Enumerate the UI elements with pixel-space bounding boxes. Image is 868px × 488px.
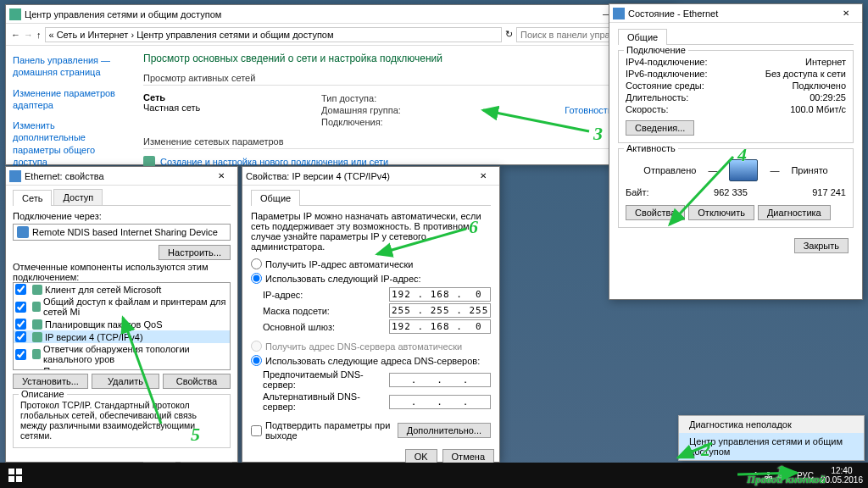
- component-label: IP версии 4 (TCP/IPv4): [45, 332, 143, 342]
- component-properties-button[interactable]: Свойства: [163, 374, 231, 389]
- component-item[interactable]: Ответчик обнаружения топологии канальног…: [14, 343, 230, 365]
- speed-label: Скорость:: [626, 104, 669, 114]
- advanced-button[interactable]: Дополнительно...: [398, 423, 491, 438]
- dns1-input[interactable]: [389, 373, 491, 387]
- refresh-icon[interactable]: ↻: [505, 29, 513, 40]
- tray-date: 20.05.2016: [821, 475, 863, 485]
- start-button[interactable]: [0, 463, 31, 488]
- mask-input[interactable]: [389, 303, 491, 318]
- adapter-icon: [17, 226, 29, 238]
- control-panel-icon: [9, 8, 21, 20]
- mask-label: Маска подсети:: [263, 306, 384, 316]
- duration-label: Длительность:: [626, 92, 688, 103]
- validate-label: Подтвердить параметры при выходе: [265, 420, 398, 441]
- up-button[interactable]: ↑: [36, 30, 42, 40]
- network-icon: [9, 170, 21, 182]
- computer-icon: [729, 159, 758, 181]
- sent-label: Отправлено: [643, 165, 696, 175]
- forward-button[interactable]: →: [24, 30, 33, 40]
- ipv4-value: Интернет: [805, 57, 846, 67]
- component-checkbox[interactable]: [15, 284, 26, 295]
- breadcrumb[interactable]: « Сеть и Интернет › Центр управления сет…: [45, 27, 503, 42]
- components-list[interactable]: Клиент для сетей MicrosoftОбщий доступ к…: [13, 282, 231, 370]
- tab-network[interactable]: Сеть: [13, 190, 52, 206]
- dns1-label: Предпочитаемый DNS-сервер:: [263, 369, 384, 390]
- component-checkbox[interactable]: [15, 319, 26, 330]
- close-button[interactable]: ✕: [470, 168, 496, 185]
- dns2-input[interactable]: [389, 395, 491, 409]
- tray-language[interactable]: РУС: [797, 471, 814, 480]
- properties-button[interactable]: Свойства: [626, 205, 685, 220]
- diagnose-button[interactable]: Диагностика: [758, 205, 831, 220]
- component-item[interactable]: Планировщик пакетов QoS: [14, 318, 230, 330]
- component-item[interactable]: IP версии 4 (TCP/IPv4): [14, 330, 230, 343]
- description-legend: Описание: [19, 389, 67, 399]
- control-panel-home-link[interactable]: Панель управления — домашняя страница: [13, 54, 126, 79]
- titlebar[interactable]: Ethernet: свойства ✕: [6, 167, 237, 186]
- ip-input[interactable]: [389, 287, 491, 302]
- uninstall-button[interactable]: Удалить: [92, 374, 159, 389]
- tray-up-icon[interactable]: ^: [754, 471, 758, 480]
- connection-legend: Подключение: [624, 45, 688, 55]
- component-item[interactable]: Протокол мультиплексора сетевого адаптер…: [14, 365, 230, 370]
- close-button[interactable]: Закрыть: [794, 238, 849, 253]
- auto-ip-radio[interactable]: [251, 258, 262, 269]
- gateway-input[interactable]: [389, 319, 491, 334]
- tray-context-menu: Диагностика неполадок Центр управления с…: [678, 415, 865, 461]
- titlebar[interactable]: Центр управления сетями и общим доступом…: [6, 5, 674, 24]
- protocol-icon: [32, 302, 41, 312]
- manual-ip-radio[interactable]: [251, 273, 262, 284]
- ethernet-properties-window: Ethernet: свойства ✕ Сеть Доступ Подключ…: [5, 166, 238, 463]
- close-button[interactable]: ✕: [833, 5, 859, 22]
- protocol-icon: [32, 349, 41, 359]
- manual-dns-radio[interactable]: [251, 355, 262, 366]
- details-button[interactable]: Сведения...: [626, 120, 694, 136]
- tray-volume-icon[interactable]: 🔊: [780, 471, 790, 480]
- svg-rect-0: [8, 469, 14, 474]
- tray-time: 12:40: [821, 466, 863, 475]
- ip-label: IP-адрес:: [263, 290, 384, 300]
- manual-dns-label: Использовать следующие адреса DNS-сервер…: [265, 356, 480, 366]
- tray-clock[interactable]: 12:40 20.05.2016: [821, 466, 863, 485]
- titlebar[interactable]: Свойства: IP версии 4 (TCP/IPv4) ✕: [242, 167, 499, 186]
- tab-sharing[interactable]: Доступ: [53, 189, 103, 205]
- component-item[interactable]: Общий доступ к файлам и принтерам для се…: [14, 296, 230, 318]
- tray-network-icon[interactable]: 🖧: [765, 471, 773, 480]
- connections-label: Подключения:: [321, 117, 383, 127]
- svg-rect-2: [8, 476, 14, 482]
- media-value: Подключено: [792, 80, 846, 91]
- menu-diagnose[interactable]: Диагностика неполадок: [679, 416, 864, 433]
- validate-checkbox[interactable]: [251, 425, 262, 436]
- configure-button[interactable]: Настроить...: [159, 245, 231, 260]
- component-checkbox[interactable]: [15, 331, 26, 342]
- homegroup-label: Домашняя группа:: [321, 105, 401, 115]
- back-button[interactable]: ←: [11, 30, 20, 40]
- component-label: Общий доступ к файлам и принтерам для се…: [43, 297, 228, 317]
- svg-rect-3: [16, 476, 22, 482]
- titlebar[interactable]: Состояние - Ethernet ✕: [609, 4, 862, 23]
- adapter-settings-link[interactable]: Изменение параметров адаптера: [13, 87, 126, 112]
- install-button[interactable]: Установить...: [13, 374, 88, 389]
- connect-via-label: Подключение через:: [13, 211, 231, 221]
- taskbar[interactable]: ^ 🖧 🔊 РУС 12:40 20.05.2016: [0, 463, 868, 488]
- menu-network-center[interactable]: Центр управления сетями и общим доступом: [679, 433, 864, 460]
- component-item[interactable]: Клиент для сетей Microsoft: [14, 283, 230, 296]
- tab-general[interactable]: Общие: [618, 29, 667, 45]
- connection-group: Подключение IPv4-подключение:Интернет IP…: [618, 50, 854, 143]
- component-checkbox[interactable]: [15, 302, 26, 313]
- received-label: Принято: [791, 165, 827, 175]
- ethernet-status-window: Состояние - Ethernet ✕ Общие Подключение…: [609, 3, 863, 300]
- duration-value: 00:29:25: [810, 92, 846, 103]
- sharing-settings-link[interactable]: Изменить дополнительные параметры общего…: [13, 119, 126, 168]
- tab-general[interactable]: Общие: [251, 190, 300, 206]
- component-label: Планировщик пакетов QoS: [45, 319, 163, 330]
- disable-button[interactable]: Отключить: [688, 205, 754, 220]
- dash: —: [770, 165, 779, 175]
- activity-legend: Активность: [624, 143, 678, 153]
- component-checkbox[interactable]: [15, 349, 26, 360]
- media-label: Состояние среды:: [626, 80, 704, 91]
- description-text: Протокол TCP/IP. Стандартный протокол гл…: [20, 400, 223, 441]
- protocol-icon: [32, 319, 42, 330]
- close-button[interactable]: ✕: [209, 168, 234, 185]
- change-settings-label: Изменение сетевых параметров: [143, 136, 664, 149]
